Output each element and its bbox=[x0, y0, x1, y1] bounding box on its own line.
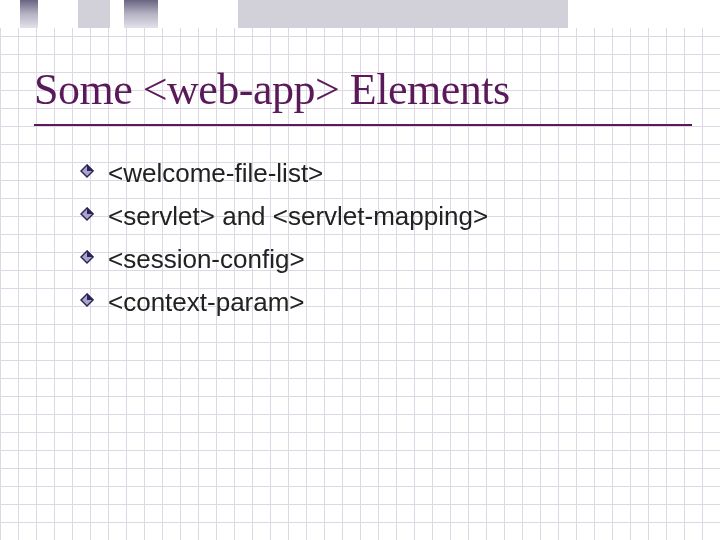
bar-segment bbox=[0, 0, 20, 28]
list-item: <context-param> bbox=[108, 283, 680, 322]
svg-marker-11 bbox=[87, 293, 94, 300]
slide-title: Some <web-app> Elements bbox=[34, 64, 510, 115]
bar-segment bbox=[124, 0, 158, 28]
list-item: <welcome-file-list> bbox=[108, 154, 680, 193]
diamond-bullet-icon bbox=[80, 250, 94, 264]
svg-marker-8 bbox=[87, 250, 94, 257]
list-item-label: <context-param> bbox=[108, 287, 305, 317]
diamond-bullet-icon bbox=[80, 164, 94, 178]
bar-segment bbox=[110, 0, 124, 28]
diamond-bullet-icon bbox=[80, 207, 94, 221]
list-item: <session-config> bbox=[108, 240, 680, 279]
bar-segment bbox=[158, 0, 238, 28]
svg-marker-2 bbox=[87, 164, 94, 171]
list-item-label: <servlet> and <servlet-mapping> bbox=[108, 201, 488, 231]
diamond-bullet-icon bbox=[80, 293, 94, 307]
bar-segment bbox=[238, 0, 568, 28]
list-item-label: <session-config> bbox=[108, 244, 305, 274]
top-accent-bar bbox=[0, 0, 720, 28]
bar-segment bbox=[20, 0, 38, 28]
list-item-label: <welcome-file-list> bbox=[108, 158, 323, 188]
bar-segment bbox=[78, 0, 110, 28]
bar-segment bbox=[568, 0, 720, 28]
bar-segment bbox=[38, 0, 78, 28]
bullet-list: <welcome-file-list> <servlet> and <servl… bbox=[108, 154, 680, 326]
list-item: <servlet> and <servlet-mapping> bbox=[108, 197, 680, 236]
slide: Some <web-app> Elements <welcome-file-li… bbox=[0, 0, 720, 540]
svg-marker-5 bbox=[87, 207, 94, 214]
title-underline bbox=[34, 124, 692, 126]
